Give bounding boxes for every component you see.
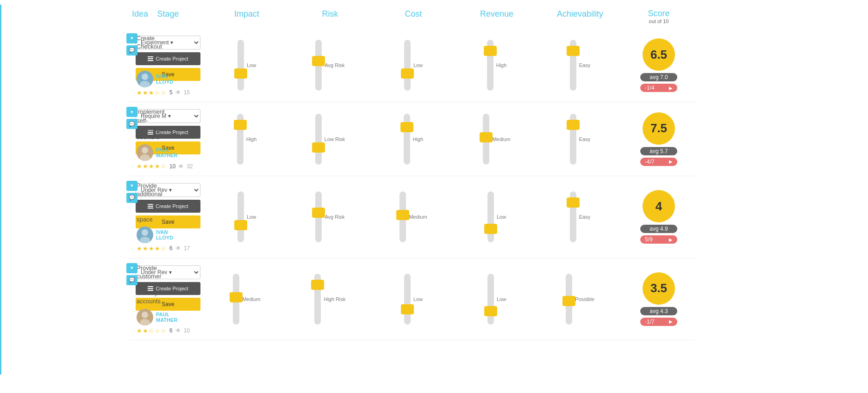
comment-btn[interactable]: 💬 bbox=[126, 45, 137, 55]
eye-icon: 👁 bbox=[175, 245, 181, 252]
achievability-cell: Possible bbox=[538, 258, 622, 341]
slider[interactable]: Low bbox=[487, 269, 506, 329]
revenue-cell: Medium bbox=[455, 102, 538, 176]
view-count: 15 bbox=[184, 89, 190, 96]
slider[interactable]: Possible bbox=[566, 269, 594, 329]
create-project-label: Create Project bbox=[156, 286, 188, 291]
score-cell: 4 avg 4.9 5/9 ▶ bbox=[622, 176, 696, 258]
header-cost: Cost bbox=[372, 5, 455, 29]
vote-count: 6 bbox=[169, 327, 173, 334]
score-value: 3.5 bbox=[643, 272, 675, 305]
slider[interactable]: Low bbox=[404, 35, 423, 95]
create-project-label: Create Project bbox=[156, 56, 188, 61]
svg-point-3 bbox=[140, 154, 150, 161]
slider[interactable]: Low bbox=[404, 269, 423, 329]
idea-title: Create Checkout free stores bbox=[137, 34, 150, 68]
svg-point-5 bbox=[140, 237, 150, 243]
score-cell: 6.5 avg 7.0 -1/4 ▶ bbox=[622, 29, 696, 103]
slider-label: Low Risk bbox=[325, 136, 345, 142]
slider[interactable]: High bbox=[237, 109, 257, 169]
slider-label: Avg Risk bbox=[325, 214, 344, 220]
comment-btn[interactable]: 💬 bbox=[126, 119, 137, 129]
slider[interactable]: Avg Risk bbox=[315, 35, 344, 95]
rank-label: -1/4 bbox=[645, 85, 655, 91]
comment-btn[interactable]: 💬 bbox=[126, 275, 137, 285]
impact-cell: Medium bbox=[205, 258, 288, 341]
slider[interactable]: High bbox=[487, 35, 507, 95]
impact-cell: Low bbox=[205, 176, 288, 258]
score-rank: -1/4 ▶ bbox=[640, 84, 677, 92]
slider[interactable]: Medium bbox=[483, 109, 510, 169]
header-risk: Risk bbox=[288, 5, 372, 29]
risk-cell: Avg Risk bbox=[288, 29, 372, 103]
rank-arrow: ▶ bbox=[669, 86, 673, 91]
chevron-down-btn[interactable]: ▾ bbox=[126, 107, 137, 117]
slider-label: Medium bbox=[492, 136, 510, 142]
score-avg: avg 7.0 bbox=[640, 73, 677, 81]
create-project-label: Create Project bbox=[156, 203, 188, 209]
score-value: 4 bbox=[643, 190, 675, 222]
chevron-down-btn[interactable]: ▾ bbox=[126, 33, 137, 43]
author-name[interactable]: PAUL MATHER bbox=[156, 147, 177, 158]
svg-point-0 bbox=[142, 74, 148, 80]
header-achievability: Achievability bbox=[538, 5, 622, 29]
slider[interactable]: Avg Risk bbox=[315, 187, 344, 247]
slider-label: Low bbox=[413, 296, 423, 302]
author-name[interactable]: IVAN LLOYD bbox=[156, 229, 173, 240]
svg-point-4 bbox=[142, 229, 148, 236]
stars-display: ★★★☆☆ bbox=[137, 89, 167, 96]
avatar bbox=[137, 227, 153, 243]
rank-label: -4/7 bbox=[645, 159, 655, 165]
avatar bbox=[137, 71, 153, 87]
slider[interactable]: Easy bbox=[570, 187, 590, 247]
score-rank: 5/9 ▶ bbox=[640, 235, 677, 244]
slider[interactable]: Low bbox=[487, 187, 506, 247]
cost-cell: Low bbox=[372, 258, 455, 341]
slider-label: Easy bbox=[579, 136, 590, 142]
slider[interactable]: Low Risk bbox=[315, 109, 345, 169]
slider-label: High Risk bbox=[324, 296, 345, 302]
achievability-cell: Easy bbox=[538, 102, 622, 176]
risk-cell: High Risk bbox=[288, 258, 372, 341]
author-name[interactable]: PAUL MATHER bbox=[156, 312, 177, 323]
view-count: 17 bbox=[184, 245, 190, 252]
chevron-down-btn[interactable]: ▾ bbox=[126, 263, 137, 273]
score-cell: 7.5 avg 5.7 -4/7 ▶ bbox=[622, 102, 696, 176]
stars-display: ★★☆☆☆ bbox=[137, 327, 167, 334]
score-avg: avg 4.9 bbox=[640, 225, 677, 233]
stars-display: ★★★★☆ bbox=[137, 163, 167, 170]
idea-cell: ▾ 💬 Create Checkout free stores IVAN LLO… bbox=[130, 29, 141, 103]
revenue-cell: Low bbox=[455, 176, 538, 258]
chevron-down-btn[interactable]: ▾ bbox=[126, 181, 137, 191]
rank-label: 5/9 bbox=[645, 236, 653, 243]
svg-point-1 bbox=[140, 81, 150, 87]
achievability-cell: Easy bbox=[538, 29, 622, 103]
slider[interactable]: Medium bbox=[233, 269, 260, 329]
slider[interactable]: Low bbox=[237, 187, 256, 247]
vote-count: 5 bbox=[169, 89, 173, 96]
slider[interactable]: High bbox=[404, 109, 424, 169]
author-name[interactable]: IVAN LLOYD bbox=[156, 74, 173, 85]
table-container: Idea Stage Impact Risk Cost Revenue Achi… bbox=[0, 0, 868, 393]
score-cell: 3.5 avg 4.3 -1/7 ▶ bbox=[622, 258, 696, 341]
slider[interactable]: Easy bbox=[570, 109, 590, 169]
slider-label: Low bbox=[247, 62, 256, 68]
view-count: 10 bbox=[184, 327, 190, 334]
header-stage: Stage bbox=[131, 5, 205, 29]
slider-label: High bbox=[246, 136, 257, 142]
slider[interactable]: High Risk bbox=[314, 269, 345, 329]
score-avg: avg 4.3 bbox=[640, 307, 677, 315]
slider[interactable]: Easy bbox=[570, 35, 590, 95]
cost-cell: Low bbox=[372, 29, 455, 103]
avatar bbox=[137, 144, 153, 161]
svg-point-7 bbox=[140, 319, 150, 325]
score-avg: avg 5.7 bbox=[640, 147, 677, 155]
comment-btn[interactable]: 💬 bbox=[126, 193, 137, 203]
slider[interactable]: Low bbox=[237, 35, 256, 95]
idea-cell: ▾ 💬 Provide additional external floor sp… bbox=[130, 176, 141, 258]
slider[interactable]: Medium bbox=[400, 187, 427, 247]
score-rank: -1/7 ▶ bbox=[640, 318, 677, 326]
header-score: Score out of 10 bbox=[622, 5, 696, 29]
impact-cell: High bbox=[205, 102, 288, 176]
idea-title: Provide additional external floor space bbox=[137, 182, 150, 224]
